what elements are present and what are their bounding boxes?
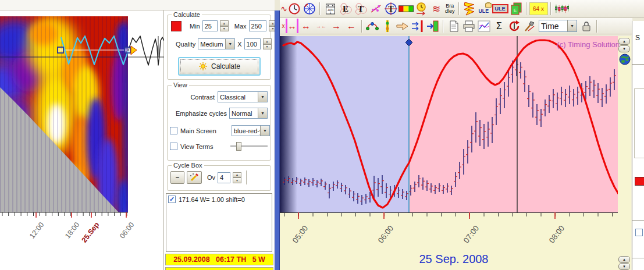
tools-icon[interactable] bbox=[522, 19, 537, 33]
spectrogram-axis-label: 12:00 bbox=[28, 221, 45, 240]
calculate-button-label: Calculate bbox=[211, 62, 240, 70]
toolbar-separator bbox=[526, 2, 527, 15]
panel-splitter[interactable] bbox=[275, 10, 280, 270]
terms-slider[interactable] bbox=[230, 145, 268, 147]
scatter-icon[interactable] bbox=[368, 2, 383, 16]
clock-icon[interactable] bbox=[287, 2, 302, 16]
contrast-select[interactable]: Classical▼ bbox=[218, 91, 268, 102]
axis-scroll-down-button[interactable]: ▼ bbox=[618, 263, 630, 270]
clock-arrow-icon[interactable] bbox=[414, 2, 429, 16]
step-right-icon[interactable]: → bbox=[329, 19, 344, 33]
eclipse-e-icon[interactable]: E bbox=[338, 2, 353, 16]
chevron-down-icon[interactable]: ▼ bbox=[225, 39, 234, 49]
contrast-label: Contrast bbox=[190, 94, 215, 101]
wave-flag-marker[interactable] bbox=[131, 46, 137, 55]
astro-wheel-icon[interactable] bbox=[302, 2, 317, 16]
snap-line-icon[interactable] bbox=[410, 19, 425, 33]
chevron-down-icon[interactable]: ▼ bbox=[258, 108, 267, 118]
transit-t-icon[interactable]: T bbox=[353, 2, 368, 16]
document-icon[interactable] bbox=[446, 19, 461, 33]
clipped-groupbox bbox=[634, 88, 644, 158]
copyright-label: (c) Timing Solution bbox=[532, 40, 620, 49]
wave-handle[interactable] bbox=[124, 47, 130, 53]
hand-icon[interactable] bbox=[395, 19, 410, 33]
partial-squiggle-icon[interactable]: ∿ bbox=[281, 2, 287, 16]
span-range-icon[interactable]: ↔ bbox=[286, 19, 298, 33]
chart-date-label: 25 Sep. 2008 bbox=[378, 253, 529, 266]
chart-icon[interactable] bbox=[476, 19, 492, 33]
time-select[interactable]: Time▼ bbox=[539, 20, 577, 32]
marker-line-icon[interactable] bbox=[380, 19, 395, 33]
ule-open-icon[interactable]: ULE bbox=[477, 2, 492, 16]
green-stack-icon[interactable]: E bbox=[508, 2, 524, 16]
price-chart[interactable] bbox=[280, 36, 618, 212]
min-spinner[interactable]: ▲▼ bbox=[220, 20, 229, 31]
chevron-down-icon[interactable]: ▼ bbox=[567, 20, 577, 31]
t-circle-icon[interactable]: T bbox=[383, 2, 399, 16]
calendar-jan1-icon[interactable]: JAN1 bbox=[323, 2, 338, 16]
axis-scroll-up-button[interactable]: ▲ bbox=[618, 256, 630, 263]
ov-spinner[interactable]: ▲▼ bbox=[233, 172, 241, 183]
refresh-icon[interactable] bbox=[507, 19, 522, 33]
print-icon[interactable] bbox=[461, 19, 476, 33]
chart-scroll-down-button[interactable]: ▼ bbox=[618, 45, 630, 52]
main-screen-checkbox[interactable] bbox=[170, 127, 177, 134]
divider bbox=[632, 258, 644, 258]
cycle-checkbox[interactable]: ✓ bbox=[168, 196, 176, 203]
quality-select[interactable]: Medium▼ bbox=[198, 38, 235, 49]
terms-slider-thumb[interactable] bbox=[236, 142, 241, 151]
chevron-down-icon[interactable]: ▼ bbox=[258, 92, 267, 102]
svg-text:E: E bbox=[513, 8, 516, 13]
lightning-icon[interactable] bbox=[462, 2, 477, 16]
partial-x-icon[interactable]: x bbox=[281, 19, 286, 33]
zoom-64x-badge[interactable]: 64 x bbox=[529, 2, 548, 15]
toolbar-separator bbox=[458, 2, 460, 15]
chart-scroll-up-button[interactable]: ▲ bbox=[618, 38, 630, 45]
apply-box-icon[interactable] bbox=[425, 19, 440, 33]
view-terms-label: View Terms bbox=[180, 143, 213, 150]
status-countdown-bar: 2h37m:31s bbox=[165, 267, 273, 270]
x-input[interactable]: 100 bbox=[244, 38, 261, 49]
chart-axis-label: 06:00 bbox=[376, 224, 396, 245]
sum-icon[interactable]: Σ bbox=[492, 19, 507, 33]
view-terms-checkbox[interactable] bbox=[170, 143, 177, 150]
wand-button[interactable] bbox=[187, 171, 202, 184]
chevron-down-icon[interactable]: ▼ bbox=[260, 126, 269, 136]
clipped-checkbox[interactable] bbox=[635, 229, 643, 236]
quality-label: Quality bbox=[176, 41, 195, 48]
max-input[interactable]: 250 bbox=[249, 20, 266, 31]
cycle-item-label: 171.64 W= 1.00 shift=0 bbox=[179, 196, 245, 203]
toolbar-separator bbox=[550, 2, 552, 15]
max-label: Max bbox=[234, 23, 247, 30]
globe-icon[interactable] bbox=[619, 54, 631, 65]
min-input[interactable]: 25 bbox=[202, 20, 218, 31]
lock-icon[interactable] bbox=[579, 19, 594, 33]
remove-cycle-button[interactable]: − bbox=[170, 171, 184, 184]
arc-dots-icon[interactable] bbox=[365, 19, 380, 33]
spectrogram-axis-label: 06:00 bbox=[118, 221, 136, 240]
toolbar-separator bbox=[596, 20, 597, 33]
divider bbox=[632, 220, 644, 221]
step-left-icon[interactable]: ← bbox=[344, 19, 359, 33]
candles-icon[interactable] bbox=[554, 2, 569, 16]
colorbar-icon[interactable] bbox=[399, 2, 414, 16]
toolbar-separator bbox=[361, 20, 362, 33]
divider bbox=[632, 64, 644, 65]
clipped-red-swatch[interactable] bbox=[635, 177, 644, 186]
svg-text:T: T bbox=[388, 5, 394, 13]
cycle-list-item[interactable]: ✓ 171.64 W= 1.00 shift=0 bbox=[166, 194, 272, 203]
control-panel: Calculate Min 25 ▲▼ Max 250 ▲▼ Quality M… bbox=[164, 10, 275, 270]
color-swatch[interactable] bbox=[171, 21, 182, 31]
contract-icon[interactable]: →← bbox=[314, 19, 329, 33]
cycle-list[interactable]: ✓ 171.64 W= 1.00 shift=0 bbox=[166, 193, 272, 252]
wave-handle[interactable] bbox=[58, 47, 63, 53]
emphasize-cycles-select[interactable]: Normal▼ bbox=[229, 108, 268, 119]
min-label: Min bbox=[190, 23, 200, 30]
ov-input[interactable]: 4 bbox=[218, 172, 230, 183]
expand-icon[interactable]: ↔ bbox=[298, 19, 314, 33]
x-spinner[interactable]: ▲▼ bbox=[263, 38, 272, 49]
palette-select[interactable]: blue-red-yellow▼ bbox=[232, 125, 270, 136]
ule-box-icon[interactable]: ULE bbox=[492, 4, 508, 13]
calculate-button[interactable]: Calculate bbox=[178, 57, 261, 76]
waves-icon[interactable]: ≋ bbox=[429, 2, 444, 16]
